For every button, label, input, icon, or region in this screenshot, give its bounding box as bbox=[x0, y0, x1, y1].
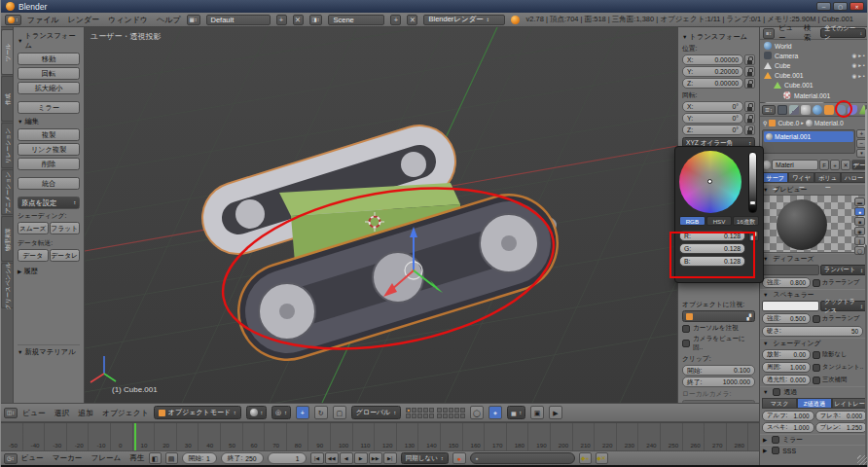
layer-toggle[interactable] bbox=[460, 408, 465, 413]
layer-toggle[interactable] bbox=[423, 413, 428, 418]
color-channel-slider[interactable]: B:0.128 bbox=[679, 256, 745, 267]
lock-cursor-checkbox[interactable] bbox=[682, 325, 690, 333]
render-opengl-anim-icon[interactable]: ▶ bbox=[549, 406, 562, 419]
tab-modifiers-icon[interactable] bbox=[848, 105, 857, 115]
lock-icon[interactable] bbox=[744, 125, 755, 135]
collapsed-panel-header[interactable]: ミラー bbox=[760, 434, 868, 445]
specular-color-swatch[interactable] bbox=[762, 301, 819, 311]
shading-panel-header[interactable]: シェーディング bbox=[760, 338, 868, 348]
tool-shelf-tab[interactable]: 物理演算 bbox=[1, 216, 13, 262]
tab-render-icon[interactable] bbox=[778, 105, 787, 115]
lock-icon[interactable] bbox=[744, 101, 755, 112]
layer-toggle[interactable] bbox=[443, 408, 448, 413]
menu-item[interactable]: 検索 bbox=[804, 23, 816, 43]
tool-shelf-tab[interactable]: 作成 bbox=[1, 76, 13, 122]
layer-toggle[interactable] bbox=[429, 413, 434, 418]
viewport-canvas[interactable] bbox=[85, 27, 677, 403]
playback-button[interactable]: ◀ bbox=[340, 452, 353, 464]
screen-layout-field[interactable]: Default bbox=[206, 15, 271, 25]
preview-range-icon[interactable]: ◧ bbox=[149, 452, 162, 464]
operator-panel-header[interactable]: 新規マテリアル bbox=[18, 344, 80, 357]
material-name-field[interactable]: Materi bbox=[772, 160, 818, 170]
shading-checkbox[interactable] bbox=[813, 351, 820, 359]
data-transfer-button[interactable]: データレ bbox=[50, 249, 81, 262]
layer-toggle[interactable] bbox=[454, 408, 459, 413]
scene-field[interactable]: Scene bbox=[328, 15, 384, 25]
tool-button[interactable]: 複製 bbox=[18, 128, 80, 141]
camera-to-view-checkbox[interactable] bbox=[682, 340, 690, 347]
diffuse-ramp-checkbox[interactable] bbox=[813, 279, 820, 287]
tool-shelf-tab[interactable]: グリースペンシル bbox=[1, 263, 13, 308]
panel-checkbox[interactable] bbox=[772, 447, 779, 454]
tool-button[interactable]: リンク複製 bbox=[18, 143, 80, 156]
new-material-button[interactable]: + bbox=[830, 160, 840, 170]
preview-hair-icon[interactable]: ∥ bbox=[854, 236, 865, 245]
delete-keyframe-icon[interactable]: ◆✕ bbox=[596, 452, 608, 464]
menu-item[interactable]: ビュー bbox=[778, 23, 798, 43]
timeline-ruler[interactable]: -50-40-30-20-100102030405060708090100110… bbox=[1, 442, 759, 450]
specular-shader-select[interactable]: クックトランス bbox=[820, 301, 867, 311]
close-button[interactable]: ✕ bbox=[850, 2, 864, 11]
render-toggle-icon[interactable]: ▪ bbox=[863, 62, 865, 68]
specular-ramp-checkbox[interactable] bbox=[813, 315, 820, 323]
rotation-field[interactable]: X:0° bbox=[682, 101, 743, 112]
color-mode-tab[interactable]: HSV bbox=[706, 216, 733, 226]
outliner-editor-selector[interactable]: ≡↕ bbox=[763, 28, 775, 39]
proportional-edit-icon[interactable]: ◯ bbox=[470, 406, 484, 419]
layers-widget[interactable] bbox=[406, 408, 465, 418]
outliner-row[interactable]: Cube ◉ ▸ ▪ bbox=[762, 60, 867, 70]
preview-world-icon[interactable]: ◯ bbox=[854, 246, 865, 255]
layer-toggle[interactable] bbox=[454, 413, 459, 418]
keying-set-field[interactable]: ⚬ bbox=[470, 452, 575, 464]
scene-add-button[interactable]: + bbox=[390, 15, 401, 25]
transparency-field[interactable]: ブレン:1.250 bbox=[815, 422, 868, 433]
diffuse-color-swatch[interactable] bbox=[762, 265, 819, 275]
eyedropper-icon[interactable]: ▞ bbox=[748, 231, 759, 241]
layer-toggle[interactable] bbox=[437, 413, 442, 418]
data-transfer-button[interactable]: データ bbox=[18, 249, 49, 262]
outliner-row[interactable]: Camera ◉ ▸ ▪ bbox=[762, 51, 867, 60]
layer-toggle[interactable] bbox=[417, 413, 422, 418]
breadcrumb-material[interactable]: Material.0 bbox=[814, 120, 844, 126]
menu-item[interactable]: レンダー bbox=[68, 15, 100, 25]
playback-button[interactable]: ▶ bbox=[354, 452, 368, 464]
layer-toggle[interactable] bbox=[412, 408, 416, 413]
manipulator-scale-icon[interactable]: ▢ bbox=[333, 406, 346, 419]
menu-item[interactable]: マーカー bbox=[53, 453, 83, 463]
selectability-icon[interactable]: ▸ bbox=[858, 73, 861, 79]
specular-intensity-slider[interactable]: 強度:0.500 bbox=[762, 313, 811, 324]
visibility-eye-icon[interactable]: ◉ bbox=[851, 53, 856, 58]
location-field[interactable]: X:0.00000 bbox=[682, 54, 743, 65]
material-slot-row[interactable]: Material.001 bbox=[764, 131, 853, 142]
minimize-button[interactable]: ─ bbox=[816, 2, 831, 11]
color-mode-tab[interactable]: 16進数 bbox=[733, 216, 759, 226]
tab-object-icon[interactable] bbox=[824, 105, 834, 115]
preview-monkey-icon[interactable]: ◉ bbox=[854, 227, 865, 235]
shading-button[interactable]: スムーズ bbox=[18, 222, 49, 234]
layer-toggle[interactable] bbox=[406, 408, 411, 413]
rotation-field[interactable]: Y:0° bbox=[682, 113, 743, 124]
render-opengl-icon[interactable]: ▣ bbox=[530, 406, 544, 419]
specular-hardness-slider[interactable]: 硬さ:50 bbox=[762, 326, 863, 337]
layout-delete-button[interactable]: ✕ bbox=[293, 15, 304, 25]
material-type-tab[interactable]: ボリュー bbox=[814, 172, 841, 183]
panel-checkbox[interactable] bbox=[772, 436, 779, 444]
join-button[interactable]: 統合 bbox=[18, 177, 80, 190]
scene-icon[interactable]: ◨↕ bbox=[309, 15, 323, 25]
tool-shelf-tab[interactable]: アニメーション bbox=[1, 169, 13, 215]
tab-constraints-icon[interactable] bbox=[836, 105, 846, 115]
preview-cube-icon[interactable]: ■ bbox=[854, 217, 865, 226]
viewport-3d[interactable]: ユーザー・透視投影 (1) Cube.001 bbox=[85, 27, 677, 403]
lock-icon[interactable] bbox=[744, 78, 755, 89]
material-type-tab[interactable]: サーフェ bbox=[762, 172, 788, 183]
mirror-button[interactable]: ミラー bbox=[18, 101, 80, 114]
layer-toggle[interactable] bbox=[412, 413, 416, 418]
location-field[interactable]: Z:0.00000 bbox=[682, 78, 743, 89]
lock-object-field[interactable]: ▞ bbox=[682, 310, 755, 322]
breadcrumb-object[interactable]: Cube.0 bbox=[778, 120, 799, 126]
layer-toggle[interactable] bbox=[449, 413, 453, 418]
outliner-row[interactable]: Cube.001 ◉ ▸ ▪ bbox=[762, 81, 867, 90]
playback-button[interactable]: ▶| bbox=[383, 452, 397, 464]
render-toggle-icon[interactable]: ▪ bbox=[863, 53, 865, 58]
transparency-checkbox[interactable] bbox=[773, 388, 780, 396]
